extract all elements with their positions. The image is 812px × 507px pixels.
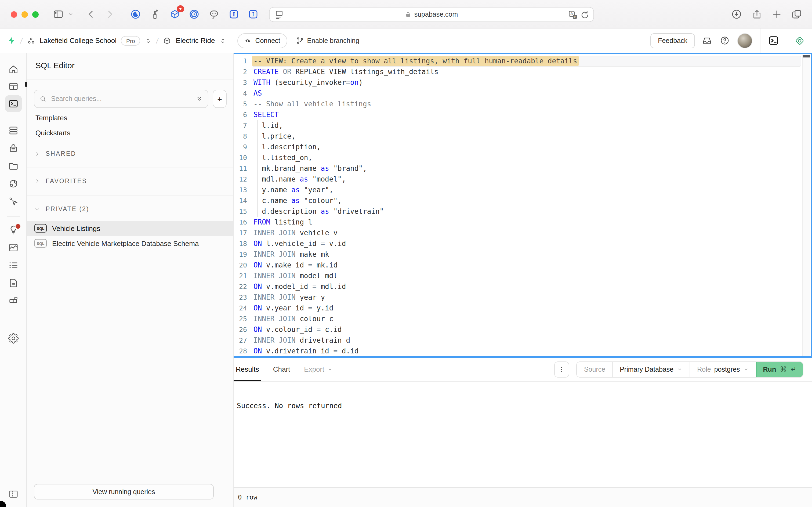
rail-realtime-button[interactable]	[8, 196, 19, 207]
line-number: 4	[234, 88, 247, 99]
downloads-icon[interactable]	[731, 9, 742, 20]
role-select[interactable]: Role postgres	[690, 362, 756, 377]
run-button[interactable]: Run ⌘ ↵	[756, 362, 803, 377]
rail-api-docs-button[interactable]	[8, 278, 19, 288]
translate-icon[interactable]: Ax	[568, 9, 578, 20]
extension-elephant-icon[interactable]	[209, 9, 220, 20]
line-number: 5	[234, 99, 247, 110]
extension-instapaper-icon[interactable]: I	[228, 9, 239, 20]
code-line: 25INNER JOIN colour c	[234, 314, 811, 324]
private-query-list: SQLVehicle ListingsSQLElectric Vehicle M…	[27, 221, 233, 251]
sidebar-divider	[27, 195, 233, 195]
connect-button[interactable]: Connect	[237, 33, 287, 48]
line-number: 8	[234, 131, 247, 142]
sort-icon[interactable]	[195, 95, 203, 103]
code-line: 14 c.name as "colour",	[234, 195, 811, 206]
line-number: 11	[234, 163, 247, 174]
split-handle[interactable]	[234, 356, 812, 357]
extension-box-heart-icon[interactable]: ♥	[169, 9, 180, 20]
project-name[interactable]: Electric Ride	[176, 37, 215, 45]
tab-chart[interactable]: Chart	[273, 357, 290, 381]
tab-results[interactable]: Results	[236, 357, 259, 381]
rail-storage-button[interactable]	[8, 161, 19, 171]
supabase-logo[interactable]	[7, 36, 16, 45]
nav-rail	[0, 53, 27, 507]
page-title: SQL Editor	[36, 61, 75, 70]
editor-scrollbar[interactable]	[802, 55, 810, 356]
query-label: Electric Vehicle Marketplace Database Sc…	[52, 239, 199, 247]
line-number: 26	[234, 324, 247, 335]
share-icon[interactable]	[751, 9, 763, 20]
code-line: 3WITH (security_invoker=on)	[234, 77, 811, 88]
header-divider	[760, 29, 760, 53]
search-input[interactable]: Search queries...	[34, 90, 209, 108]
more-options-button[interactable]	[555, 361, 570, 377]
code-line: 23INNER JOIN year y	[234, 292, 811, 303]
minimize-window-button[interactable]	[21, 11, 28, 18]
rail-database-button[interactable]	[8, 125, 19, 136]
sidebar-toggle-icon[interactable]	[53, 9, 64, 20]
line-number: 16	[234, 217, 247, 228]
line-number: 27	[234, 335, 247, 346]
new-query-button[interactable]: +	[213, 90, 227, 108]
address-bar[interactable]: supabase.com Ax	[269, 7, 594, 22]
enable-branching-button[interactable]: Enable branching	[296, 37, 359, 45]
rail-integrations-button[interactable]	[8, 295, 19, 306]
extension-spray-icon[interactable]	[149, 9, 161, 20]
query-list-item[interactable]: SQLVehicle Listings	[27, 221, 233, 236]
rail-collapse-button[interactable]	[8, 489, 19, 500]
reload-icon[interactable]	[579, 9, 590, 20]
rail-edge-functions-button[interactable]	[8, 178, 19, 189]
avatar[interactable]	[737, 33, 752, 48]
back-button[interactable]	[85, 9, 97, 20]
org-switcher-icon[interactable]	[145, 37, 152, 44]
sql-code-editor[interactable]: 1-- VIEW: Create a view to show all list…	[234, 53, 812, 357]
section-private[interactable]: PRIVATE (2)	[35, 206, 90, 212]
rail-table-editor-button[interactable]	[8, 81, 19, 92]
extension-1password-icon[interactable]	[188, 9, 200, 20]
help-icon[interactable]	[719, 36, 730, 46]
forward-button[interactable]	[104, 9, 115, 20]
sidebar-chevron-icon[interactable]	[67, 11, 78, 22]
terminal-panel-icon[interactable]	[768, 35, 779, 46]
feedback-button[interactable]: Feedback	[650, 33, 695, 48]
rail-home-button[interactable]	[8, 64, 19, 75]
rail-divider	[7, 216, 20, 217]
rail-sql-editor-button[interactable]	[8, 98, 19, 109]
extension-instapaper2-icon[interactable]: I	[247, 9, 259, 20]
sidebar-item-templates[interactable]: Templates	[36, 114, 67, 122]
query-list-item[interactable]: SQLElectric Vehicle Marketplace Database…	[27, 236, 233, 251]
sidebar-item-quickstarts[interactable]: Quickstarts	[36, 129, 70, 137]
line-number: 9	[234, 142, 247, 153]
project-icon	[163, 36, 171, 45]
breadcrumb-slash: /	[156, 36, 159, 45]
section-shared[interactable]: SHARED	[35, 150, 76, 157]
close-window-button[interactable]	[11, 11, 17, 18]
rail-auth-button[interactable]	[8, 143, 19, 154]
database-select[interactable]: Primary Database	[612, 362, 690, 377]
rail-reports-button[interactable]	[8, 242, 19, 253]
code-line: 16FROM listing l	[234, 217, 811, 228]
editor-scrollbar-thumb[interactable]	[803, 55, 810, 57]
rail-settings-button[interactable]	[8, 333, 19, 344]
search-placeholder: Search queries...	[51, 95, 195, 103]
rail-advisors-button[interactable]	[8, 225, 19, 235]
sidebar-divider	[27, 475, 233, 475]
project-switcher-icon[interactable]	[219, 37, 227, 44]
ai-assistant-icon[interactable]	[794, 35, 805, 46]
view-running-queries-button[interactable]: View running queries	[34, 484, 214, 500]
new-tab-icon[interactable]	[771, 9, 782, 20]
line-number: 18	[234, 238, 247, 249]
tab-export[interactable]: Export	[304, 357, 333, 381]
enter-key-icon: ↵	[791, 365, 797, 373]
extension-moon-icon[interactable]	[130, 9, 141, 20]
section-favorites[interactable]: FAVORITES	[35, 178, 87, 184]
tab-overview-icon[interactable]	[791, 9, 802, 20]
line-number: 1	[234, 56, 247, 67]
zoom-window-button[interactable]	[32, 11, 39, 18]
org-name[interactable]: Lakefield College School	[40, 37, 117, 45]
code-line: 21INNER JOIN model mdl	[234, 271, 811, 281]
plan-badge: Pro	[121, 36, 140, 45]
rail-logs-button[interactable]	[8, 260, 19, 271]
inbox-icon[interactable]	[702, 36, 712, 46]
